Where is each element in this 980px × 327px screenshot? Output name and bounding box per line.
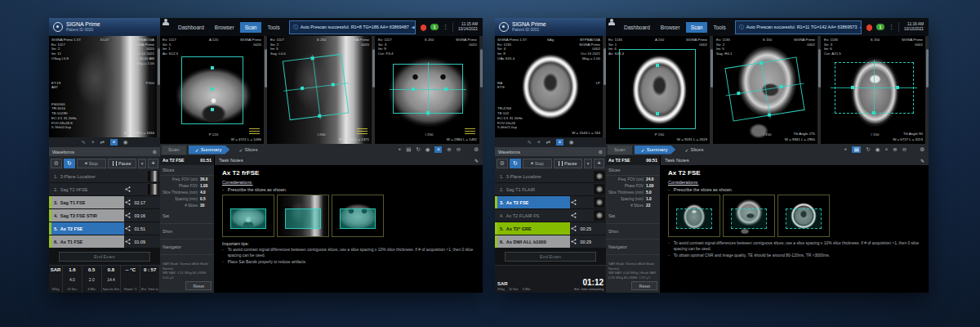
kebab-menu-icon[interactable]: ⋮ bbox=[889, 24, 894, 30]
crosshair-icon[interactable]: ⌖ bbox=[537, 140, 541, 146]
tab-slices[interactable]: ✓Slices bbox=[232, 146, 264, 155]
message-badge[interactable]: 1 bbox=[876, 24, 884, 30]
waveforms-gear-icon[interactable]: ⚙ bbox=[153, 149, 157, 155]
kebab-menu-icon[interactable]: ⋮ bbox=[443, 24, 448, 30]
reference-image[interactable]: SIGNA Prime 1.5TEx: 1135Se: 4Im: 9OAx S3… bbox=[495, 36, 606, 137]
layers-icon[interactable]: ▤ bbox=[852, 146, 861, 153]
prescan-status-banner[interactable]: ⓘ Auto Prescan successful. R1=11 TG=142 … bbox=[735, 20, 862, 34]
section-navigator[interactable]: Navigator bbox=[160, 240, 214, 255]
viewport-scrollbar[interactable] bbox=[817, 36, 821, 144]
rescan-button[interactable]: ↻ bbox=[510, 159, 521, 168]
waveform-icon[interactable]: ∿ bbox=[527, 140, 531, 146]
nav-tools[interactable]: Tools bbox=[262, 22, 284, 33]
rx-box[interactable] bbox=[181, 56, 243, 124]
protocol-row-2[interactable]: 2.Sag T1 FLAIR bbox=[495, 183, 606, 195]
param-value[interactable]: 1.0 bbox=[646, 197, 658, 201]
refresh-icon[interactable]: ↻ bbox=[416, 147, 420, 153]
message-badge[interactable]: 1 bbox=[430, 24, 439, 30]
pause-dropdown[interactable]: ▾ bbox=[584, 159, 592, 168]
section-slices[interactable]: Slices bbox=[606, 165, 660, 176]
record-icon[interactable]: ◉ bbox=[425, 147, 430, 153]
viewport-axial[interactable]: Ex: 1117Se: 5Im: 1Ax: S12.3 SIGNA Prime0… bbox=[160, 36, 267, 144]
tab-summary[interactable]: ✓Summary bbox=[189, 146, 230, 155]
viewport-coronal[interactable]: Ex: 1117Se: 3Im: 9Cor: P4.4 SIGNA Prime0… bbox=[376, 36, 483, 144]
rx-box[interactable] bbox=[619, 49, 696, 129]
param-value[interactable]: 1.00 bbox=[646, 184, 658, 188]
end-exam-button[interactable]: End Exam bbox=[505, 252, 596, 262]
tab-slices[interactable]: ✓Slices bbox=[678, 146, 710, 155]
rx-box[interactable] bbox=[835, 62, 914, 114]
zoom-out-icon[interactable]: ⊖ bbox=[457, 147, 461, 153]
user-icon[interactable] bbox=[608, 18, 615, 25]
edit-pencil-icon[interactable]: ✎ bbox=[920, 158, 924, 164]
record-icon[interactable]: ◉ bbox=[123, 140, 128, 146]
viewport-sagittal[interactable]: Ex: 1135Se: 2Im: 5Sag: R0.1 SIGNA Prime0… bbox=[714, 36, 821, 144]
user-icon[interactable] bbox=[162, 18, 169, 25]
add-task-button[interactable]: + bbox=[148, 159, 158, 168]
nav-tools[interactable]: Tools bbox=[708, 22, 730, 33]
nav-dashboard[interactable]: Dashboard bbox=[173, 22, 209, 33]
settings-button[interactable]: ⚙ bbox=[51, 159, 62, 168]
reset-button[interactable]: Reset bbox=[631, 281, 657, 290]
pause-button[interactable]: Pause bbox=[108, 159, 137, 168]
tab-scan[interactable]: Scan bbox=[162, 146, 186, 155]
protocol-row-4[interactable]: 4.Ax T2 FLAIR FS bbox=[495, 209, 606, 222]
protocol-row-3[interactable]: 3.Sag T1 FSE02:17 bbox=[49, 196, 160, 208]
close-icon[interactable]: × bbox=[556, 139, 564, 146]
swap-icon[interactable]: ⇄ bbox=[100, 140, 105, 146]
protocol-row-3-active[interactable]: 3.Ax T2 FSE bbox=[495, 196, 606, 208]
param-value[interactable]: 24.0 bbox=[646, 177, 658, 181]
viewport-coronal[interactable]: Ex: 1135Se: 3Im: 6Cor: A21.5 SIGNA Prime… bbox=[822, 36, 929, 144]
waveform-icon[interactable]: ∿ bbox=[81, 140, 85, 146]
param-value[interactable]: 0.5 bbox=[200, 197, 212, 201]
prescan-status-banner[interactable]: ⓘ Auto Prescan successful. R1=8 TG=186 A… bbox=[289, 20, 416, 34]
layers-icon[interactable]: ▤ bbox=[406, 147, 411, 153]
protocol-row-5[interactable]: 5.Ax T2* GRE00:25 bbox=[495, 222, 606, 235]
tab-summary[interactable]: ✓Summary bbox=[635, 146, 676, 155]
viewport-scrollbar[interactable] bbox=[264, 36, 267, 144]
speaker-icon[interactable]: ◀ bbox=[412, 25, 415, 29]
viewport-sagittal[interactable]: Ex: 1117Se: 2Im: 5Sag: L0.0 SIGNA Prime0… bbox=[268, 36, 375, 144]
param-value[interactable]: 1.00 bbox=[200, 184, 212, 188]
settings-button[interactable]: ⚙ bbox=[497, 159, 508, 168]
settings-gear-icon[interactable]: ⚙ bbox=[474, 147, 479, 153]
refresh-icon[interactable]: ↻ bbox=[866, 147, 870, 153]
viewport-scrollbar[interactable] bbox=[372, 36, 375, 144]
close-icon[interactable]: × bbox=[434, 146, 442, 153]
section-navigator[interactable]: Navigator bbox=[606, 240, 660, 255]
viewport-scrollbar[interactable] bbox=[479, 36, 483, 144]
zoom-in-icon[interactable]: ⊕ bbox=[447, 147, 451, 153]
close-icon[interactable]: × bbox=[110, 139, 118, 146]
swap-icon[interactable]: ⇄ bbox=[546, 140, 550, 146]
viewport-axial[interactable]: Ex: 1135Se: 1Im: 4Ax: S31.4 SIGNA Prime0… bbox=[606, 36, 713, 144]
crosshair-icon[interactable]: ⌖ bbox=[91, 140, 95, 146]
reference-image[interactable]: SIGNA Prime 1.5TEx: 1117Se: 2Im: 11OSag … bbox=[49, 36, 160, 137]
waveforms-gear-icon[interactable]: ⚙ bbox=[599, 149, 603, 155]
section-sat[interactable]: Sat bbox=[606, 208, 660, 224]
nav-scan[interactable]: Scan bbox=[686, 22, 708, 33]
pause-dropdown[interactable]: ▾ bbox=[138, 159, 146, 168]
nav-scan[interactable]: Scan bbox=[240, 22, 262, 33]
alert-bell-icon[interactable] bbox=[421, 25, 426, 30]
param-value[interactable]: 5.0 bbox=[646, 190, 658, 195]
protocol-row-4[interactable]: 4.Sag T2 FSE STIR03:16 bbox=[49, 209, 160, 222]
protocol-row-1[interactable]: 1.3-Plane Localizer bbox=[49, 170, 160, 182]
rx-box[interactable] bbox=[393, 64, 463, 114]
edit-pencil-icon[interactable]: ✎ bbox=[474, 158, 479, 164]
record-icon[interactable]: ◉ bbox=[569, 140, 574, 146]
param-value[interactable]: 22 bbox=[646, 204, 658, 208]
protocol-row-6[interactable]: 6.Ax DWI ALL b100000:29 bbox=[495, 235, 606, 248]
param-value[interactable]: 30 bbox=[200, 204, 212, 208]
protocol-row-6[interactable]: 6.Ax T1 FSE01:09 bbox=[49, 235, 160, 248]
crosshair-icon[interactable]: ⌖ bbox=[844, 147, 848, 153]
zoom-in-icon[interactable]: ⊕ bbox=[893, 147, 897, 153]
rescan-button[interactable]: ↻ bbox=[64, 159, 75, 168]
section-sat[interactable]: Sat bbox=[160, 208, 214, 224]
section-slices[interactable]: Slices bbox=[160, 165, 214, 176]
zoom-out-icon[interactable]: ⊖ bbox=[902, 147, 906, 153]
settings-gear-icon[interactable]: ⚙ bbox=[920, 147, 924, 153]
rx-box[interactable] bbox=[283, 54, 350, 120]
param-value[interactable]: 36.0 bbox=[200, 177, 212, 181]
param-value[interactable]: 4.0 bbox=[200, 190, 212, 195]
rx-box[interactable] bbox=[725, 56, 805, 121]
